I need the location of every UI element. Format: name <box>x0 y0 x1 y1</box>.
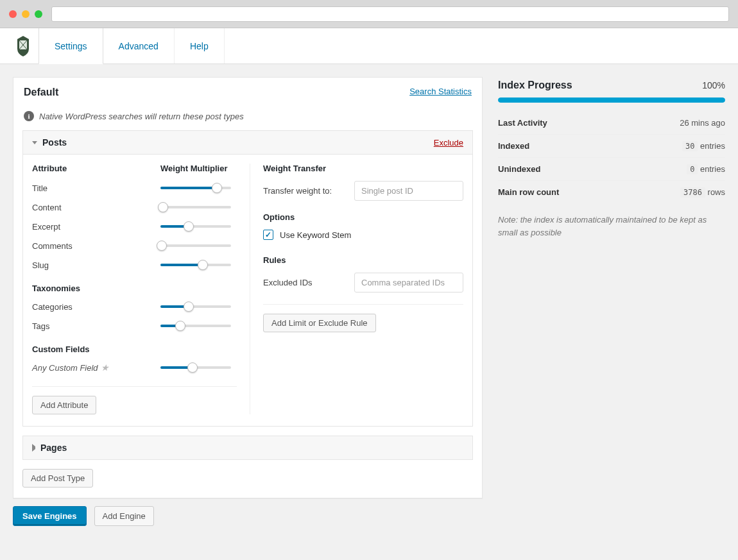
weight-slider[interactable] <box>160 264 231 266</box>
weight-slider[interactable] <box>160 187 231 189</box>
search-statistics-link[interactable]: Search Statistics <box>409 87 472 98</box>
section-title: Pages <box>40 443 67 453</box>
stat-key: Main row count <box>498 187 559 197</box>
stat-key: Unindexed <box>498 164 540 174</box>
attribute-row: Excerpt <box>32 217 237 236</box>
minimize-icon[interactable] <box>22 10 30 18</box>
tab-advanced[interactable]: Advanced <box>103 28 175 64</box>
rules-head: Rules <box>263 255 463 265</box>
tab-settings[interactable]: Settings <box>39 28 103 64</box>
chevron-right-icon[interactable] <box>32 444 35 452</box>
attribute-column-head: Attribute <box>32 164 160 173</box>
zoom-icon[interactable] <box>35 10 42 18</box>
app-logo <box>8 28 39 64</box>
attribute-name: Tags <box>32 321 160 331</box>
attribute-row: Comments <box>32 236 237 255</box>
url-bar[interactable] <box>51 6 729 22</box>
panel-subhead: Native WordPress searches will return th… <box>39 112 244 121</box>
options-head: Options <box>263 212 463 222</box>
save-engines-button[interactable]: Save Engines <box>13 506 87 526</box>
weight-column-head: Weight Multiplier <box>160 164 227 173</box>
index-progress-bar <box>498 98 725 103</box>
taxonomies-head: Taxonomies <box>32 284 237 293</box>
attribute-name: Content <box>32 203 160 212</box>
excluded-ids-label: Excluded IDs <box>263 278 347 287</box>
weight-slider[interactable] <box>160 325 231 327</box>
excluded-ids-input[interactable] <box>354 273 463 293</box>
add-post-type-button[interactable]: Add Post Type <box>22 469 93 488</box>
stat-key: Last Activity <box>498 118 547 128</box>
info-icon: i <box>24 111 34 121</box>
stat-row: Main row count3786 rows <box>498 181 725 203</box>
posts-section: Posts Exclude Attribute Weight Multiplie… <box>22 130 473 427</box>
add-engine-button[interactable]: Add Engine <box>94 506 154 526</box>
add-attribute-button[interactable]: Add Attribute <box>32 396 96 414</box>
attribute-row: Content <box>32 198 237 217</box>
transfer-input[interactable] <box>354 181 463 201</box>
custom-fields-head: Custom Fields <box>32 344 237 354</box>
close-icon[interactable] <box>9 10 17 18</box>
pages-section: Pages <box>22 436 473 460</box>
attribute-name: Excerpt <box>32 222 160 232</box>
stat-value: 0 entries <box>687 164 725 174</box>
star-icon: ★ <box>101 362 109 373</box>
panel-title: Default <box>24 87 58 98</box>
attribute-row: Title <box>32 178 237 198</box>
stat-row: Unindexed0 entries <box>498 158 725 181</box>
index-progress-title: Index Progress <box>498 80 572 91</box>
weight-slider[interactable] <box>160 305 231 308</box>
attribute-name: Categories <box>32 302 160 312</box>
section-title: Posts <box>42 137 67 148</box>
custom-field-name: Any Custom Field★ <box>32 362 160 373</box>
index-note: Note: the index is automatically maintai… <box>498 214 725 239</box>
chevron-down-icon[interactable] <box>32 141 37 144</box>
attribute-row: Slug <box>32 255 237 275</box>
weight-slider[interactable] <box>160 244 231 247</box>
stat-key: Indexed <box>498 141 529 151</box>
attribute-name: Title <box>32 183 160 193</box>
exclude-link[interactable]: Exclude <box>434 138 463 148</box>
keyword-stem-checkbox[interactable] <box>263 230 273 240</box>
attribute-row: Categories <box>32 297 237 316</box>
weight-slider[interactable] <box>160 225 231 228</box>
top-tabs: SettingsAdvancedHelp <box>0 28 738 64</box>
window-titlebar <box>0 0 738 28</box>
attribute-name: Slug <box>32 260 160 270</box>
weight-slider[interactable] <box>160 366 231 369</box>
stat-row: Last Activity26 mins ago <box>498 112 725 135</box>
attribute-name: Comments <box>32 241 160 251</box>
stat-row: Indexed30 entries <box>498 135 725 158</box>
index-progress-percent: 100% <box>702 80 725 90</box>
tab-help[interactable]: Help <box>175 28 225 64</box>
keyword-stem-label: Use Keyword Stem <box>280 230 351 240</box>
weight-transfer-head: Weight Transfer <box>263 164 463 173</box>
add-rule-button[interactable]: Add Limit or Exclude Rule <box>263 314 376 332</box>
stat-value: 26 mins ago <box>680 118 725 128</box>
stat-value: 30 entries <box>682 141 725 151</box>
weight-slider[interactable] <box>160 206 231 208</box>
stat-value: 3786 rows <box>680 187 725 197</box>
transfer-label: Transfer weight to: <box>263 186 347 196</box>
window-traffic-lights <box>9 10 42 18</box>
attribute-row: Tags <box>32 316 237 335</box>
